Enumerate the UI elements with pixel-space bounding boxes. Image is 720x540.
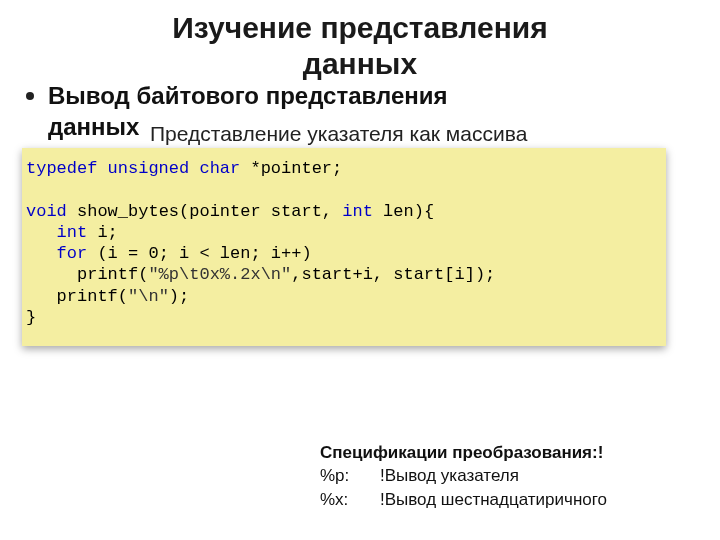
code-line-printf2: printf("\n");	[26, 286, 662, 307]
title-line-2: данных	[303, 47, 417, 80]
spec-p-val: !Вывод указателя	[380, 464, 519, 488]
spec-p-key: %p:	[320, 464, 380, 488]
spec-x-val: !Вывод шестнадцатиричного	[380, 488, 607, 512]
code-line-for: for (i = 0; i < len; i++)	[26, 243, 662, 264]
code-int-rest: i;	[87, 223, 118, 242]
kw-int-param: int	[342, 202, 373, 221]
code-fn-sig: show_bytes(pointer start,	[67, 202, 342, 221]
code-p2b: "\n"	[128, 287, 169, 306]
code-p2c: );	[169, 287, 189, 306]
kw-void: void	[26, 202, 67, 221]
code-p1a: printf(	[26, 265, 148, 284]
bullet-line-2: данных	[48, 113, 139, 140]
code-line-close: }	[26, 307, 662, 328]
spec-header: Спецификации преобразования:!	[320, 441, 700, 465]
kw-typedef: typedef unsigned char	[26, 159, 240, 178]
spec-row-x: %x: !Вывод шестнадцатиричного	[320, 488, 700, 512]
spec-x-key: %x:	[320, 488, 380, 512]
code-line-printf1: printf("%p\t0x%.2x\n",start+i, start[i])…	[26, 264, 662, 285]
code-for-rest: (i = 0; i < len; i++)	[87, 244, 311, 263]
spec-row-p: %p: !Вывод указателя	[320, 464, 700, 488]
code-line-blank	[26, 179, 662, 200]
code-p2a: printf(	[26, 287, 128, 306]
code-line-typedef: typedef unsigned char *pointer;	[26, 158, 662, 179]
slide: Изучение представления данных Вывод байт…	[0, 0, 720, 540]
code-fn-sig2: len){	[373, 202, 434, 221]
kw-int-decl: int	[26, 223, 87, 242]
code-typedef-rest: *pointer;	[240, 159, 342, 178]
spec-block: Спецификации преобразования:! %p: !Вывод…	[320, 441, 700, 512]
bullet-sub: Представление указателя как массива	[150, 122, 527, 146]
code-block: typedef unsigned char *pointer; void sho…	[22, 148, 666, 346]
kw-for: for	[26, 244, 87, 263]
code-line-fn: void show_bytes(pointer start, int len){	[26, 201, 662, 222]
code-line-int: int i;	[26, 222, 662, 243]
title-line-1: Изучение представления	[172, 11, 547, 44]
bullet-icon	[26, 92, 34, 100]
slide-title: Изучение представления данных	[0, 0, 720, 82]
code-p1b: "%p\t0x%.2x\n"	[148, 265, 291, 284]
bullet-line-1: Вывод байтового представления	[48, 82, 447, 109]
code-p1c: ,start+i, start[i]);	[291, 265, 495, 284]
